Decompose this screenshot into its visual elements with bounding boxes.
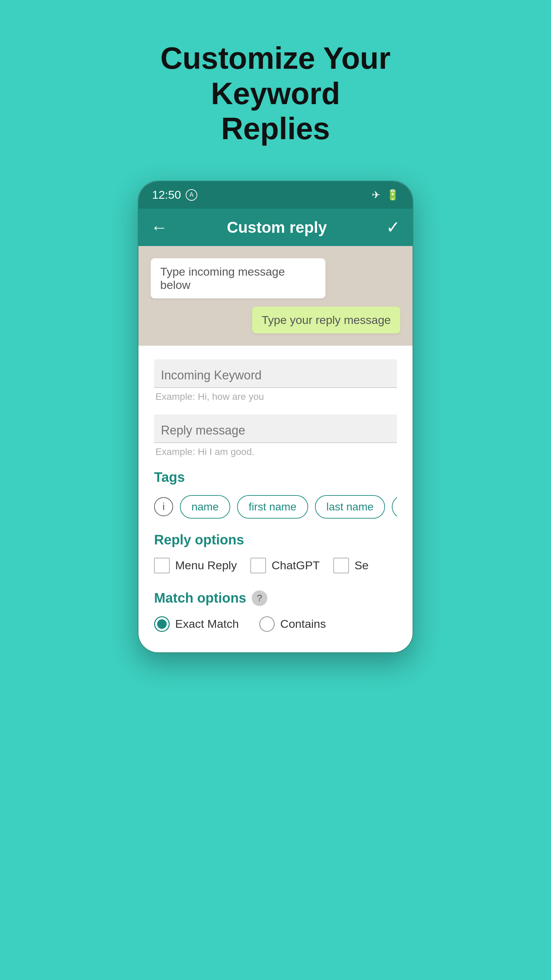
form-area: Example: Hi, how are you Example: Hi I a… [138, 346, 413, 652]
menu-reply-checkbox[interactable] [154, 558, 170, 573]
option-se: Se [333, 558, 369, 573]
contains-radio[interactable] [259, 616, 275, 632]
incoming-bubble[interactable]: Type incoming message below [151, 258, 326, 298]
app-bar-title: Custom reply [227, 218, 327, 237]
se-checkbox[interactable] [333, 558, 349, 573]
page-title: Customize Your Keyword Replies [122, 41, 429, 147]
tags-section-title: Tags [154, 469, 397, 485]
option-chatgpt: ChatGPT [250, 558, 320, 573]
exact-match-option[interactable]: Exact Match [154, 616, 239, 632]
se-label: Se [354, 559, 369, 572]
contains-option[interactable]: Contains [259, 616, 326, 632]
keyword-helper: Example: Hi, how are you [154, 391, 397, 402]
tags-row: i name first name last name da [154, 495, 397, 519]
exact-match-radio-dot [157, 619, 167, 629]
tag-first-name[interactable]: first name [237, 495, 308, 519]
tags-info-icon[interactable]: i [154, 497, 173, 516]
contains-label: Contains [280, 617, 326, 630]
battery-icon: 🔋 [386, 189, 399, 201]
tag-last-name[interactable]: last name [315, 495, 385, 519]
option-menu-reply: Menu Reply [154, 558, 237, 573]
app-bar: ← Custom reply ✓ [138, 208, 413, 246]
phone-shell: 12:50 A ✈ 🔋 ← Custom reply ✓ Type incomi… [138, 181, 413, 653]
back-button[interactable]: ← [151, 218, 168, 237]
confirm-button[interactable]: ✓ [386, 218, 400, 237]
exact-match-radio[interactable] [154, 616, 170, 632]
reply-options-row: Menu Reply ChatGPT Se [154, 558, 397, 573]
reply-input[interactable] [154, 414, 397, 443]
chatgpt-checkbox[interactable] [250, 558, 266, 573]
status-bar: 12:50 A ✈ 🔋 [138, 181, 413, 208]
android-icon: A [186, 189, 197, 201]
reply-options-title: Reply options [154, 532, 397, 547]
keyword-field: Example: Hi, how are you [154, 360, 397, 402]
match-options-title: Match options [154, 590, 246, 606]
tag-name[interactable]: name [180, 495, 230, 519]
exact-match-label: Exact Match [175, 617, 239, 630]
chatgpt-label: ChatGPT [272, 559, 320, 572]
match-radio-row: Exact Match Contains [154, 616, 397, 639]
reply-bubble[interactable]: Type your reply message [252, 307, 400, 334]
match-help-icon[interactable]: ? [252, 590, 267, 606]
reply-field: Example: Hi I am good. [154, 414, 397, 457]
time-text: 12:50 [152, 188, 181, 202]
match-options-header: Match options ? [154, 590, 397, 606]
tag-partial[interactable]: da [392, 495, 397, 519]
status-time: 12:50 A [152, 188, 197, 202]
reply-helper: Example: Hi I am good. [154, 447, 397, 457]
chat-preview: Type incoming message below Type your re… [138, 246, 413, 346]
status-icons: ✈ 🔋 [372, 189, 399, 201]
keyword-input[interactable] [154, 360, 397, 388]
airplane-icon: ✈ [372, 189, 380, 201]
menu-reply-label: Menu Reply [175, 559, 237, 572]
